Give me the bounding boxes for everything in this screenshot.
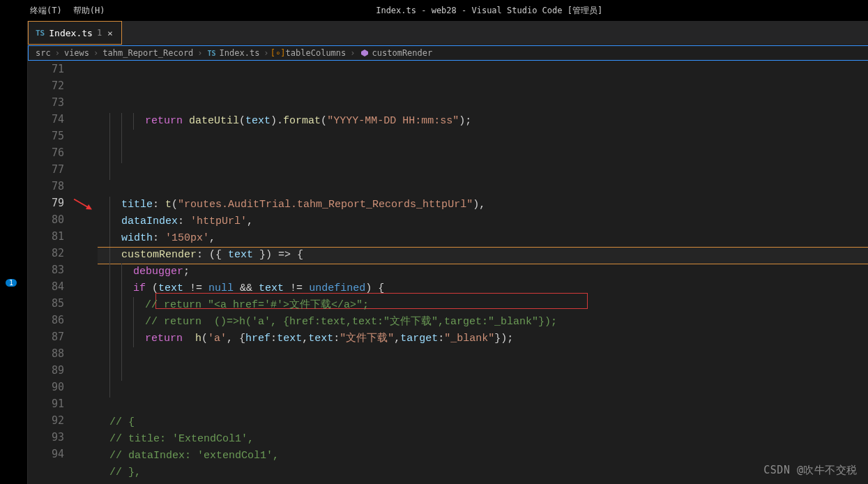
code-line[interactable]: // { <box>98 414 868 431</box>
method-icon <box>360 48 370 58</box>
chevron-right-icon: › <box>55 48 60 58</box>
code-line[interactable]: customRender: ({ text }) => { <box>98 247 868 264</box>
line-number: 86 <box>28 314 77 331</box>
line-number: 75 <box>28 130 77 146</box>
line-number: 72 <box>28 80 77 96</box>
line-number: 84 <box>28 280 77 297</box>
code-line[interactable]: dataIndex: 'httpUrl', <box>98 213 868 230</box>
editor-tabs: TS Index.ts 1 × <box>28 21 868 45</box>
code-line[interactable] <box>98 146 868 163</box>
code-line[interactable]: title: t("routes.AuditTrial.tahm_Report_… <box>98 197 868 213</box>
line-number-gutter: 7172737475767778798081828384858687888990… <box>28 61 77 484</box>
line-number: 79 <box>28 197 77 213</box>
code-line[interactable]: // return "<a href='#'>文件下载</a>"; <box>98 297 868 314</box>
code-line[interactable]: // }, <box>98 464 868 481</box>
line-number: 92 <box>28 414 77 431</box>
code-lines[interactable]: return dateUtil(text).format("YYYY-MM-DD… <box>98 61 868 484</box>
line-number: 76 <box>28 146 77 163</box>
line-number: 90 <box>28 381 77 398</box>
menu-help[interactable]: 帮助(H) <box>68 2 111 20</box>
editor[interactable]: 7172737475767778798081828384858687888990… <box>28 61 868 484</box>
code-line[interactable] <box>98 364 868 381</box>
crumb-file[interactable]: TS Index.ts <box>207 48 260 58</box>
chevron-right-icon: › <box>197 48 202 58</box>
code-line[interactable] <box>98 180 868 197</box>
chevron-right-icon: › <box>264 48 268 58</box>
line-number: 71 <box>28 63 77 80</box>
line-number: 93 <box>28 431 77 448</box>
line-number: 87 <box>28 331 77 347</box>
crumb-symbol-method[interactable]: customRender <box>360 48 433 58</box>
file-icon-ts: TS <box>36 29 45 38</box>
crumb-symbol-array[interactable]: [∘] tableColumns <box>273 48 347 58</box>
code-line[interactable] <box>98 163 868 180</box>
line-number: 91 <box>28 398 77 414</box>
crumb-views[interactable]: views <box>64 48 89 58</box>
line-number: 85 <box>28 297 77 314</box>
tab-close-icon[interactable]: × <box>106 28 114 38</box>
line-number: 89 <box>28 364 77 381</box>
line-number: 78 <box>28 180 77 197</box>
breadcrumb: src › views › tahm_Report_Record › TS In… <box>28 45 868 61</box>
code-line[interactable] <box>98 130 868 146</box>
line-number: 80 <box>28 213 77 230</box>
code-line[interactable]: // title: 'ExtendCol1', <box>98 431 868 448</box>
code-line[interactable]: if (text != null && text != undefined) { <box>98 280 868 297</box>
array-icon: [∘] <box>273 48 283 58</box>
tab-label: Index.ts <box>49 28 93 38</box>
code-line[interactable]: // { <box>98 481 868 484</box>
code-line[interactable]: // dataIndex: 'extendCol1', <box>98 448 868 464</box>
title-bar: 终端(T) 帮助(H) Index.ts - web28 - Visual St… <box>0 0 868 21</box>
code-line[interactable] <box>98 347 868 364</box>
window-title: Index.ts - web28 - Visual Studio Code [管… <box>110 5 868 17</box>
code-line[interactable]: // return ()=>h('a', {href:text,text:"文件… <box>98 314 868 331</box>
crumb-folder[interactable]: tahm_Report_Record <box>102 48 193 58</box>
line-number: 74 <box>28 113 77 130</box>
file-ts-icon: TS <box>207 48 217 58</box>
code-line[interactable] <box>98 381 868 398</box>
menu-bar: 终端(T) 帮助(H) <box>0 2 110 20</box>
code-line[interactable]: width: '150px', <box>98 230 868 247</box>
line-number: 82 <box>28 247 77 264</box>
activity-bar: 1 <box>0 21 28 484</box>
line-number: 73 <box>28 96 77 113</box>
menu-terminal[interactable]: 终端(T) <box>24 2 68 20</box>
code-line[interactable]: return h('a', {href:text,text:"文件下载",tar… <box>98 331 868 347</box>
activity-badge[interactable]: 1 <box>6 279 17 287</box>
code-line[interactable] <box>98 398 868 414</box>
chevron-right-icon: › <box>350 48 355 58</box>
code-line[interactable]: return dateUtil(text).format("YYYY-MM-DD… <box>98 113 868 130</box>
tab-index-ts[interactable]: TS Index.ts 1 × <box>28 21 122 45</box>
tab-dirty-indicator: 1 <box>97 28 102 38</box>
watermark: CSDN @吹牛不交税 <box>763 464 858 477</box>
line-number: 94 <box>28 448 77 464</box>
line-number: 83 <box>28 264 77 280</box>
code-line[interactable]: debugger; <box>98 264 868 280</box>
crumb-src[interactable]: src <box>36 48 51 58</box>
chevron-right-icon: › <box>93 48 98 58</box>
glyph-margin <box>77 61 98 484</box>
line-number: 81 <box>28 230 77 247</box>
line-number: 77 <box>28 163 77 180</box>
line-number: 88 <box>28 347 77 364</box>
